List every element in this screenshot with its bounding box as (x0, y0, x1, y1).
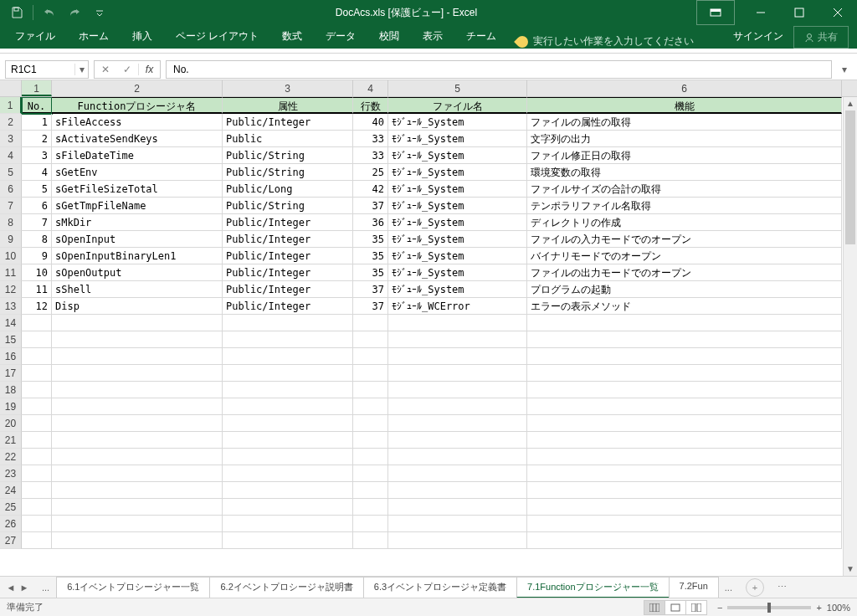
cell[interactable] (388, 365, 527, 382)
cell[interactable] (22, 499, 52, 516)
cell-no[interactable]: 10 (22, 264, 52, 281)
view-page-layout-button[interactable] (665, 600, 686, 615)
cell[interactable] (223, 532, 353, 549)
cell-func[interactable]: テンポラリファイル名取得 (527, 198, 842, 214)
cell-file[interactable]: ﾓｼﾞｭｰﾙ_System (388, 181, 527, 198)
cell[interactable] (527, 499, 842, 516)
new-sheet-button[interactable]: + (746, 578, 764, 597)
cell-no[interactable]: 6 (22, 198, 52, 214)
zoom-in-button[interactable]: + (816, 603, 821, 613)
redo-button[interactable] (63, 3, 86, 23)
cell-name[interactable]: Disp (52, 298, 223, 315)
cell[interactable] (388, 382, 527, 398)
cell[interactable] (388, 331, 527, 348)
cell[interactable] (22, 432, 52, 449)
cell-lines[interactable]: 33 (353, 131, 388, 147)
cell[interactable] (353, 315, 388, 331)
cell[interactable] (527, 398, 842, 415)
cell-attr[interactable]: Public/String (223, 164, 353, 181)
header-cell[interactable]: No. (22, 97, 52, 114)
sheet-tabs-menu[interactable]: ⋯ (771, 582, 793, 593)
cell[interactable] (353, 348, 388, 365)
cell-lines[interactable]: 36 (353, 214, 388, 231)
cell[interactable] (22, 365, 52, 382)
cell-attr[interactable]: Public/String (223, 198, 353, 214)
header-cell[interactable]: Functionプロシージャ名 (52, 97, 223, 114)
tab-0[interactable]: ホーム (67, 24, 121, 49)
cell-file[interactable]: ﾓｼﾞｭｰﾙ_System (388, 264, 527, 281)
row-header[interactable]: 13 (0, 298, 22, 315)
cell[interactable] (22, 465, 52, 482)
cell[interactable] (22, 516, 52, 532)
scroll-thumb[interactable] (845, 110, 855, 244)
cell[interactable] (223, 499, 353, 516)
cell[interactable] (52, 532, 223, 549)
cell-file[interactable]: ﾓｼﾞｭｰﾙ_System (388, 114, 527, 131)
cell-attr[interactable]: Public/Long (223, 181, 353, 198)
cell-attr[interactable]: Public (223, 131, 353, 147)
cell[interactable] (388, 482, 527, 499)
cell[interactable] (353, 331, 388, 348)
row-header[interactable]: 14 (0, 315, 22, 331)
minimize-button[interactable] (742, 0, 780, 25)
sheet-overflow-left[interactable]: ... (35, 583, 56, 593)
cell[interactable] (223, 398, 353, 415)
cell-file[interactable]: ﾓｼﾞｭｰﾙ_WCError (388, 298, 527, 315)
sheet-tab[interactable]: 6.1イベントプロシージャー一覧 (56, 577, 210, 598)
cell[interactable] (52, 398, 223, 415)
tab-6[interactable]: 表示 (411, 24, 454, 49)
cell[interactable] (388, 532, 527, 549)
col-header[interactable]: 2 (52, 80, 223, 96)
cell-attr[interactable]: Public/Integer (223, 298, 353, 315)
cell-name[interactable]: sActivateSendKeys (52, 131, 223, 147)
scroll-up-arrow[interactable]: ▲ (844, 97, 857, 110)
tab-2[interactable]: ページ レイアウト (164, 24, 270, 49)
row-header[interactable]: 1 (0, 97, 22, 114)
cell-lines[interactable]: 37 (353, 198, 388, 214)
cell[interactable] (353, 465, 388, 482)
cell-func[interactable]: エラーの表示メソッド (527, 298, 842, 315)
cell-no[interactable]: 3 (22, 147, 52, 164)
cell[interactable] (223, 516, 353, 532)
cell-lines[interactable]: 35 (353, 264, 388, 281)
cell-func[interactable]: プログラムの起動 (527, 281, 842, 298)
cell-attr[interactable]: Public/Integer (223, 231, 353, 248)
cell[interactable] (223, 432, 353, 449)
cell-no[interactable]: 12 (22, 298, 52, 315)
cell-file[interactable]: ﾓｼﾞｭｰﾙ_System (388, 131, 527, 147)
col-header[interactable]: 1 (22, 80, 52, 96)
cell[interactable] (52, 331, 223, 348)
cell-func[interactable]: ファイル修正日の取得 (527, 147, 842, 164)
cell-name[interactable]: sMkDir (52, 214, 223, 231)
row-header[interactable]: 23 (0, 465, 22, 482)
close-button[interactable] (819, 0, 857, 25)
cell[interactable] (388, 348, 527, 365)
row-header[interactable]: 19 (0, 398, 22, 415)
header-cell[interactable]: 属性 (223, 97, 353, 114)
sheet-tab[interactable]: 6.3イベントプロシージャ定義書 (363, 577, 517, 598)
cell[interactable] (52, 365, 223, 382)
cell-name[interactable]: sOpenInputBinaryLen1 (52, 248, 223, 264)
formula-input[interactable] (166, 60, 832, 79)
cell[interactable] (223, 415, 353, 432)
cell-name[interactable]: sShell (52, 281, 223, 298)
cell-name[interactable]: sOpenOutput (52, 264, 223, 281)
vertical-scrollbar[interactable]: ▲ ▼ (843, 97, 857, 576)
cell-func[interactable]: ファイルの出力モードでのオープン (527, 264, 842, 281)
row-header[interactable]: 3 (0, 131, 22, 147)
save-button[interactable] (5, 3, 28, 23)
cell-file[interactable]: ﾓｼﾞｭｰﾙ_System (388, 214, 527, 231)
row-header[interactable]: 21 (0, 432, 22, 449)
cell[interactable] (388, 415, 527, 432)
row-header[interactable]: 24 (0, 482, 22, 499)
cell-func[interactable]: ディレクトリの作成 (527, 214, 842, 231)
cell[interactable] (223, 465, 353, 482)
cell-func[interactable]: バイナリモードでのオープン (527, 248, 842, 264)
cell[interactable] (527, 516, 842, 532)
select-all-corner[interactable] (0, 80, 22, 96)
row-header[interactable]: 17 (0, 365, 22, 382)
formula-bar-expand[interactable]: ▾ (837, 64, 852, 75)
cell[interactable] (223, 348, 353, 365)
row-header[interactable]: 5 (0, 164, 22, 181)
cell-no[interactable]: 11 (22, 281, 52, 298)
